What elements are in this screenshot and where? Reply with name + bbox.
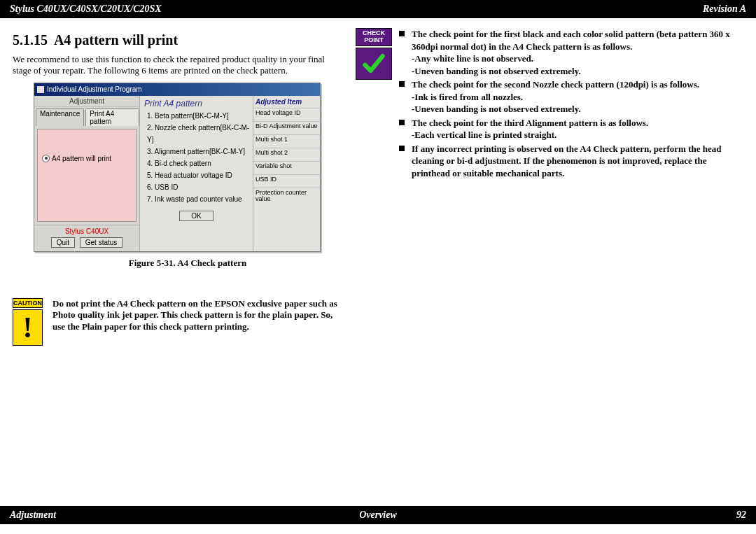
adjusted-item: Protection counter value xyxy=(253,188,320,205)
list-item: 4. Bi-d check pattern xyxy=(147,157,253,169)
list-item: 2. Nozzle check pattern[BK-C-M-Y] xyxy=(147,122,253,146)
adjusted-item: Bi-D Adjustment value xyxy=(253,121,320,134)
caution-text: Do not print the A4 Check pattern on the… xyxy=(52,298,342,334)
app-titlebar: Individual Adjustment Program xyxy=(34,83,320,96)
header-right: Revision A xyxy=(703,3,746,15)
checkpoint-icon: CHECK POINT xyxy=(356,28,392,80)
intro-text: We recommend to use this function to che… xyxy=(13,54,342,77)
center-title: Print A4 pattern xyxy=(140,96,253,110)
cp-line2: POINT xyxy=(364,36,384,43)
app-option-area: A4 pattern will print xyxy=(37,129,136,222)
figure-caption: Figure 5-31. A4 Check pattern xyxy=(34,258,342,269)
adjusted-item: USB ID xyxy=(253,174,320,188)
app-section-label: Adjustment xyxy=(34,96,139,107)
footer-right: 92 xyxy=(736,510,746,521)
get-status-button[interactable]: Get status xyxy=(80,237,123,248)
app-window-title: Individual Adjustment Program xyxy=(47,85,142,93)
checkpoint-list: The check point for the first black and … xyxy=(399,28,743,181)
adjusted-item-title: Adjusted Item xyxy=(253,96,320,108)
ok-button[interactable]: OK xyxy=(179,211,213,221)
app-right-panel: Adjusted Item Head voltage ID Bi-D Adjus… xyxy=(253,96,320,251)
bullet-icon xyxy=(399,81,405,87)
list-item: 3. Alignment pattern[BK-C-M-Y] xyxy=(147,146,253,157)
bullet-text: The check point for the third Alignment … xyxy=(412,117,743,141)
right-column: CHECK POINT The check point for the firs… xyxy=(356,28,743,346)
page-content: 5.1.15 A4 pattern will print We recommen… xyxy=(0,18,756,346)
footer-left: Adjustment xyxy=(10,510,56,521)
adjusted-item: Multi shot 2 xyxy=(253,148,320,161)
figure-screenshot: Individual Adjustment Program Adjustment… xyxy=(34,83,342,269)
radio-dot-icon xyxy=(42,155,50,162)
caution-icon: CAUTION ! xyxy=(13,298,43,346)
section-name: A4 pattern will print xyxy=(54,32,178,48)
header-bar: Stylus C40UX/C40SX/C20UX/C20SX Revision … xyxy=(0,0,756,18)
adjusted-item: Variable shot xyxy=(253,161,320,174)
caution-label: CAUTION xyxy=(13,298,43,308)
app-center-panel: Print A4 pattern 1. Beta pattern[BK-C-M-… xyxy=(140,96,253,251)
tab-maintenance[interactable]: Maintenance xyxy=(36,108,84,126)
bullet-icon xyxy=(399,120,405,125)
bullet-text: If any incorrect printing is observed on… xyxy=(412,143,743,180)
exclamation-icon: ! xyxy=(13,309,43,346)
bullet-text: The check point for the first black and … xyxy=(412,28,743,77)
list-item: 7. Ink waste pad counter value xyxy=(147,193,253,205)
cp-line1: CHECK xyxy=(363,29,385,36)
checkmark-icon xyxy=(356,48,392,80)
caution-block: CAUTION ! Do not print the A4 Check patt… xyxy=(13,298,342,346)
section-number: 5.1.15 xyxy=(13,32,48,48)
quit-button[interactable]: Quit xyxy=(51,237,75,248)
left-column: 5.1.15 A4 pattern will print We recommen… xyxy=(13,28,342,346)
app-icon xyxy=(37,86,44,93)
section-title: 5.1.15 A4 pattern will print xyxy=(13,32,342,48)
app-left-panel: Adjustment Maintenance Print A4 pattern … xyxy=(34,96,140,251)
adjusted-item: Head voltage ID xyxy=(253,108,320,121)
radio-a4-pattern[interactable]: A4 pattern will print xyxy=(42,155,111,162)
footer-bar: Adjustment Overview 92 xyxy=(0,506,756,524)
footer-center: Overview xyxy=(359,510,397,521)
checkpoint-label: CHECK POINT xyxy=(356,28,392,46)
header-left: Stylus C40UX/C40SX/C20UX/C20SX xyxy=(10,3,162,15)
list-item: 5. Head actuator voltage ID xyxy=(147,169,253,181)
bullet-icon xyxy=(399,31,405,36)
list-item: 1. Beta pattern[BK-C-M-Y] xyxy=(147,110,253,122)
bullet-text: The check point for the second Nozzle ch… xyxy=(412,78,743,115)
model-label: Stylus C40UX xyxy=(37,227,136,235)
radio-label: A4 pattern will print xyxy=(52,155,111,162)
bullet-icon xyxy=(399,146,405,151)
list-item: 6. USB ID xyxy=(147,181,253,193)
tab-print-a4[interactable]: Print A4 pattern xyxy=(85,108,139,126)
app-window: Individual Adjustment Program Adjustment… xyxy=(34,83,321,252)
adjusted-item: Multi shot 1 xyxy=(253,134,320,148)
